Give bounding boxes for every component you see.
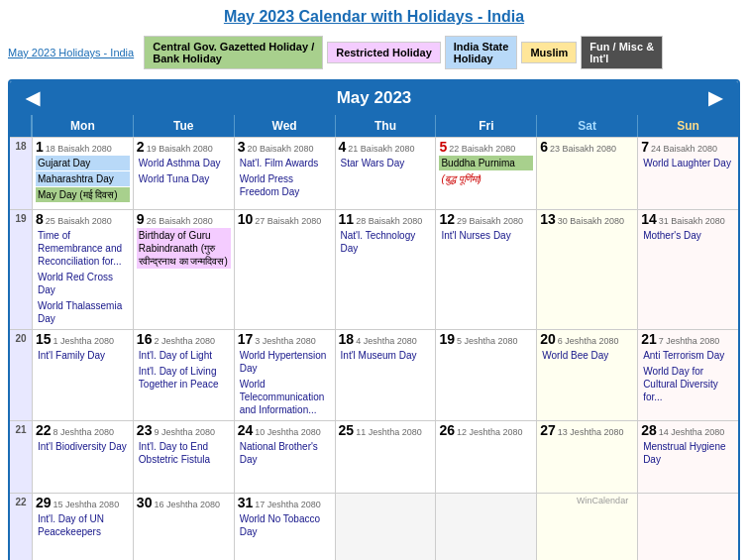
alt-date-15: 1 Jeshtha 2080 (53, 336, 115, 346)
cell-may-3: 3 20 Baisakh 2080 Nat'l. Film Awards Wor… (235, 138, 335, 209)
event-nurses-day: Int'l Nurses Day (439, 228, 533, 243)
alt-date-24: 10 Jeshtha 2080 (255, 427, 321, 437)
day-21: 21 (641, 332, 657, 346)
day-25: 25 (339, 423, 355, 437)
alt-date-18: 4 Jeshtha 2080 (356, 336, 417, 346)
cell-may-11: 11 28 Baisakh 2080 Nat'l. Technology Day (336, 210, 436, 329)
event-natl-technology: Nat'l. Technology Day (339, 228, 433, 256)
legend-fun: Fun / Misc &Int'l (581, 36, 663, 69)
day-23: 23 (137, 423, 153, 437)
day-4: 4 (339, 140, 347, 154)
day-header-wed: Wed (234, 115, 335, 137)
cell-may-14: 14 31 Baisakh 2080 Mother's Day (638, 210, 738, 329)
event-obstetric-fistula: Int'l. Day to End Obstetric Fistula (137, 439, 231, 467)
cell-may-17: 17 3 Jeshtha 2080 World Hypertension Day… (235, 330, 335, 420)
cell-may-20: 20 6 Jeshtha 2080 World Bee Day (537, 330, 637, 420)
cell-empty-3: WinCalendar (537, 494, 637, 560)
event-anti-terrorism: Anti Terrorism Day (641, 348, 735, 363)
cell-may-1: 1 18 Baisakh 2080 Gujarat Day Maharashtr… (33, 138, 133, 209)
day-header-tue: Tue (133, 115, 234, 137)
cell-may-26: 26 12 Jeshtha 2080 (436, 421, 536, 493)
day-8: 8 (36, 212, 44, 226)
event-world-asthma: World Asthma Day (137, 156, 231, 170)
event-thalassemia: World Thalassemia Day (36, 298, 130, 326)
event-may-day: May Day (मई दिवस) (36, 187, 130, 202)
legend-restricted: Restricted Holiday (327, 42, 441, 63)
cell-may-22: 22 8 Jeshtha 2080 Int'l Biodiversity Day (33, 421, 133, 493)
event-remembrance: Time of Remembrance and Reconciliation f… (36, 228, 130, 269)
legend-bar: May 2023 Holidays - India Central Gov. G… (0, 32, 748, 73)
alt-date-29: 15 Jeshtha 2080 (53, 500, 120, 509)
cell-may-27: 27 13 Jeshtha 2080 (537, 421, 637, 493)
event-telecom: World Telecommunication and Information.… (238, 377, 332, 417)
event-mothers-day: Mother's Day (641, 228, 735, 243)
cell-empty-4 (638, 494, 738, 560)
day-6: 6 (540, 140, 548, 154)
next-month-button[interactable]: ▶ (708, 87, 722, 109)
day-22: 22 (36, 423, 52, 437)
alt-date-22: 8 Jeshtha 2080 (53, 427, 115, 437)
event-guru-rabindranath: Birthday of Guru Rabindranath (गुरु रवीन… (137, 228, 231, 269)
cell-may-19: 19 5 Jeshtha 2080 (436, 330, 536, 420)
day-header-sat: Sat (536, 115, 637, 137)
legend-nav[interactable]: May 2023 Holidays - India (8, 47, 134, 58)
event-gujarat-day: Gujarat Day (36, 156, 130, 170)
day-12: 12 (439, 212, 455, 226)
day-16: 16 (137, 332, 153, 346)
cell-may-9: 9 26 Baisakh 2080 Birthday of Guru Rabin… (134, 210, 234, 329)
event-menstrual-hygiene: Menstrual Hygiene Day (641, 439, 735, 467)
alt-date-13: 30 Baisakh 2080 (558, 216, 624, 226)
day-18: 18 (339, 332, 355, 346)
alt-date-9: 26 Baisakh 2080 (147, 216, 213, 226)
cell-may-29: 29 15 Jeshtha 2080 Int'l. Day of UN Peac… (33, 494, 133, 560)
alt-date-2: 19 Baisakh 2080 (147, 144, 213, 154)
cell-may-28: 28 14 Jeshtha 2080 Menstrual Hygiene Day (638, 421, 738, 493)
cell-may-10: 10 27 Baisakh 2080 (235, 210, 335, 329)
event-red-cross: World Red Cross Day (36, 270, 130, 297)
event-star-wars: Star Wars Day (339, 156, 433, 170)
cell-empty-1 (336, 494, 436, 560)
event-living-together: Int'l. Day of Living Together in Peace (137, 364, 231, 392)
event-day-of-light: Int'l. Day of Light (137, 348, 231, 363)
event-hypertension: World Hypertension Day (238, 348, 332, 376)
day-15: 15 (36, 332, 52, 346)
cell-may-15: 15 1 Jeshtha 2080 Int'l Family Day (33, 330, 133, 420)
alt-date-21: 7 Jeshtha 2080 (659, 336, 720, 346)
event-family-day: Int'l Family Day (36, 348, 130, 363)
cell-may-16: 16 2 Jeshtha 2080 Int'l. Day of Light In… (134, 330, 234, 420)
event-museum-day: Int'l Museum Day (339, 348, 433, 363)
alt-date-3: 20 Baisakh 2080 (248, 144, 314, 154)
calendar-grid: 18 1 18 Baisakh 2080 Gujarat Day Maharas… (10, 137, 738, 560)
day-14: 14 (641, 212, 657, 226)
event-buddha-hindi: (बुद्ध पूर्णिमा) (439, 171, 533, 186)
alt-date-10: 27 Baisakh 2080 (255, 216, 321, 226)
event-maharashtra-day: Maharashtra Day (36, 171, 130, 186)
day-19: 19 (439, 332, 455, 346)
event-bee-day: World Bee Day (540, 348, 634, 363)
week-num-header (10, 115, 32, 137)
day-10: 10 (238, 212, 254, 226)
day-header-fri: Fri (435, 115, 536, 137)
alt-date-4: 21 Baisakh 2080 (348, 144, 414, 154)
day-headers: Mon Tue Wed Thu Fri Sat Sun (10, 115, 738, 137)
prev-month-button[interactable]: ◀ (26, 87, 40, 109)
day-1: 1 (36, 140, 44, 154)
cell-may-31: 31 17 Jeshtha 2080 World No Tobacco Day (235, 494, 335, 560)
day-3: 3 (238, 140, 246, 154)
event-buddha-purnima: Buddha Purnima (439, 156, 533, 170)
day-header-mon: Mon (32, 115, 133, 137)
week-21: 21 (10, 421, 32, 493)
alt-date-14: 31 Baisakh 2080 (659, 216, 725, 226)
alt-date-30: 16 Jeshtha 2080 (154, 500, 220, 509)
event-no-tobacco: World No Tobacco Day (238, 511, 332, 539)
alt-date-26: 12 Jeshtha 2080 (457, 427, 523, 437)
month-title: May 2023 (337, 88, 412, 108)
day-header-thu: Thu (335, 115, 436, 137)
alt-date-20: 6 Jeshtha 2080 (558, 336, 619, 346)
day-31: 31 (238, 496, 254, 509)
cell-may-12: 12 29 Baisakh 2080 Int'l Nurses Day (436, 210, 536, 329)
calendar-header: ◀ May 2023 ▶ (10, 81, 738, 115)
day-9: 9 (137, 212, 145, 226)
alt-date-23: 9 Jeshtha 2080 (154, 427, 215, 437)
alt-date-6: 23 Baisakh 2080 (550, 144, 616, 154)
